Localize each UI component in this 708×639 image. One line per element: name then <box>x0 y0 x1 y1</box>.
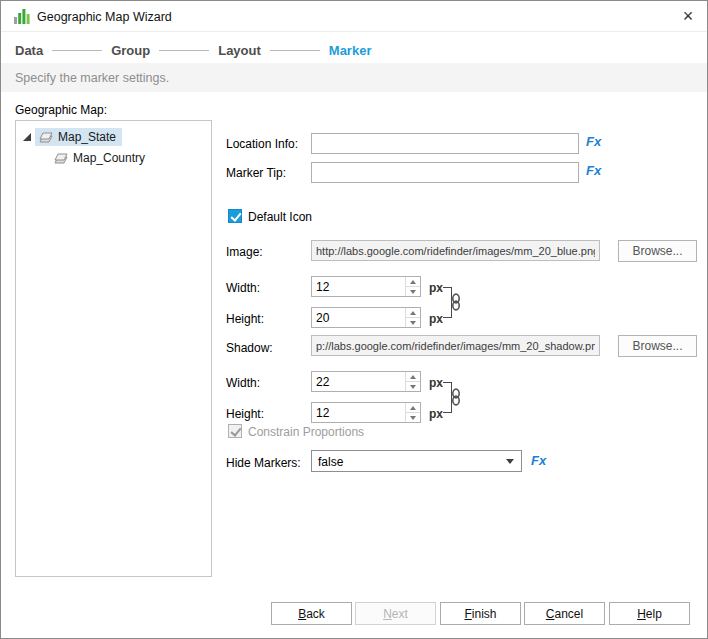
shadow-browse-button[interactable]: Browse... <box>618 335 697 357</box>
step-layout[interactable]: Layout <box>218 43 261 58</box>
cancel-button[interactable]: Cancel <box>524 602 605 625</box>
default-icon-label: Default Icon <box>248 210 312 224</box>
image-height-spinner <box>311 307 421 328</box>
step-connector <box>159 50 209 51</box>
title-bar: Geographic Map Wizard × <box>1 1 707 32</box>
help-label: Help <box>610 607 689 621</box>
spinner-arrows <box>405 372 420 391</box>
default-icon-checkbox[interactable] <box>228 209 242 223</box>
hide-markers-fx-button[interactable]: Fx <box>531 453 546 468</box>
finish-label: Finish <box>441 607 520 621</box>
constrain-proportions-label: Constrain Proportions <box>248 425 364 439</box>
hide-markers-label: Hide Markers: <box>226 456 301 470</box>
tree-item-map-state[interactable]: Map_State <box>16 127 211 147</box>
shadow-width-spinner <box>311 371 421 392</box>
spinner-arrows <box>405 277 420 296</box>
help-button[interactable]: Help <box>609 602 690 625</box>
finish-button[interactable]: Finish <box>440 602 521 625</box>
tree-item-label: Map_State <box>58 130 116 144</box>
image-height-label: Height: <box>226 312 264 326</box>
hide-markers-value: false <box>318 455 343 469</box>
back-button[interactable]: Back <box>271 602 352 625</box>
next-button: Next <box>355 602 436 625</box>
image-width-spinner <box>311 276 421 297</box>
shadow-url-input[interactable] <box>311 335 600 356</box>
spinner-arrows <box>405 403 420 422</box>
next-label: Next <box>356 607 435 621</box>
window-title: Geographic Map Wizard <box>37 10 172 24</box>
map-tree-panel: Map_State Map_Country <box>15 120 212 577</box>
tree-selection-highlight: Map_State <box>35 128 122 146</box>
shadow-height-spinner <box>311 402 421 423</box>
spinner-down-button[interactable] <box>406 412 420 422</box>
location-info-input[interactable] <box>311 133 579 154</box>
step-group[interactable]: Group <box>111 43 150 58</box>
app-logo-icon <box>13 8 30 25</box>
chain-link-icon <box>449 293 463 311</box>
shadow-label: Shadow: <box>226 341 273 355</box>
step-connector <box>270 50 320 51</box>
spinner-down-button[interactable] <box>406 286 420 296</box>
marker-tip-fx-button[interactable]: Fx <box>586 163 601 178</box>
spinner-arrows <box>405 308 420 327</box>
geographic-map-label: Geographic Map: <box>15 103 107 117</box>
wizard-subtitle: Specify the marker settings. <box>15 71 169 85</box>
tree-expander-icon[interactable] <box>23 133 31 141</box>
tree-item-label: Map_Country <box>73 151 145 165</box>
unit-px-label: px <box>429 312 443 326</box>
spinner-up-button[interactable] <box>406 308 420 317</box>
close-button[interactable]: × <box>675 4 701 28</box>
close-icon: × <box>683 6 694 27</box>
constrain-proportions-checkbox <box>228 424 242 438</box>
marker-tip-label: Marker Tip: <box>226 166 286 180</box>
wizard-steps: Data Group Layout Marker <box>15 41 371 59</box>
back-label: Back <box>272 607 351 621</box>
location-info-label: Location Info: <box>226 137 298 151</box>
browse-label: Browse... <box>632 339 682 353</box>
shadow-width-input[interactable] <box>312 373 404 392</box>
tree-item-map-country[interactable]: Map_Country <box>16 148 211 168</box>
step-data[interactable]: Data <box>15 43 43 58</box>
step-marker[interactable]: Marker <box>329 43 372 58</box>
geographic-map-wizard-dialog: Geographic Map Wizard × Data Group Layou… <box>0 0 708 639</box>
chain-link-icon <box>449 388 463 406</box>
spinner-down-button[interactable] <box>406 381 420 391</box>
shadow-width-label: Width: <box>226 376 260 390</box>
image-url-input[interactable] <box>311 240 600 261</box>
unit-px-label: px <box>429 407 443 421</box>
spinner-up-button[interactable] <box>406 403 420 412</box>
map-node-icon <box>38 130 54 144</box>
image-browse-button[interactable]: Browse... <box>618 240 697 262</box>
image-height-input[interactable] <box>312 309 404 328</box>
spinner-down-button[interactable] <box>406 317 420 327</box>
shadow-height-input[interactable] <box>312 404 404 423</box>
image-width-input[interactable] <box>312 278 404 297</box>
step-connector <box>52 50 102 51</box>
dropdown-arrow-icon <box>506 459 514 464</box>
unit-px-label: px <box>429 376 443 390</box>
image-width-label: Width: <box>226 281 260 295</box>
shadow-height-label: Height: <box>226 407 264 421</box>
browse-label: Browse... <box>632 244 682 258</box>
spinner-up-button[interactable] <box>406 372 420 381</box>
image-label: Image: <box>226 245 263 259</box>
spinner-up-button[interactable] <box>406 277 420 286</box>
unit-px-label: px <box>429 281 443 295</box>
subtitle-band: Specify the marker settings. <box>1 63 707 92</box>
map-node-icon <box>53 151 69 165</box>
marker-tip-input[interactable] <box>311 162 579 183</box>
hide-markers-dropdown[interactable]: false <box>311 450 522 472</box>
location-info-fx-button[interactable]: Fx <box>586 134 601 149</box>
cancel-label: Cancel <box>525 607 604 621</box>
